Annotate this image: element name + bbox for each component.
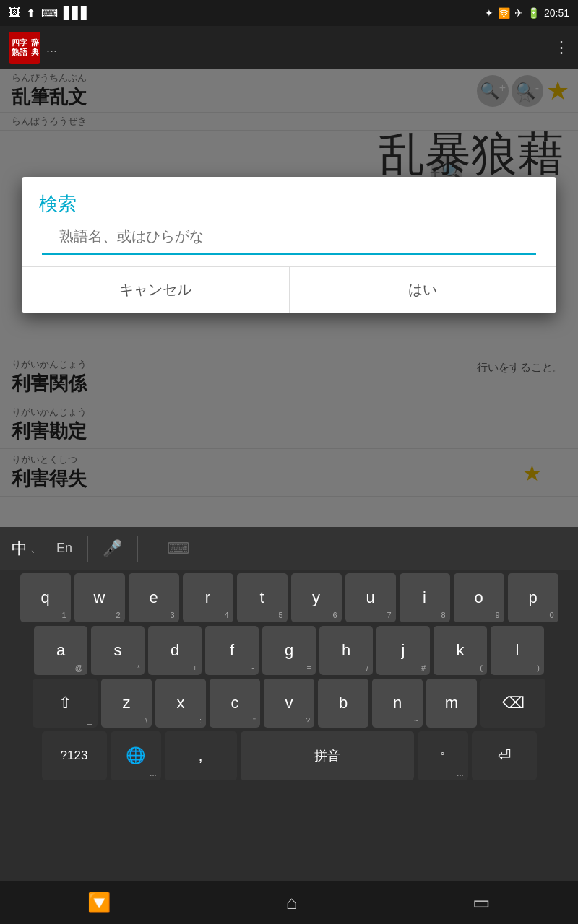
ime-bar: 中 、 En 🎤 ⌨ <box>0 527 578 570</box>
period-key[interactable]: °... <box>418 731 468 780</box>
ime-lang-zh[interactable]: 中 <box>12 538 27 559</box>
ime-lang-en[interactable]: En <box>56 541 72 556</box>
nav-bar: 🔽 ⌂ ▭ <box>0 881 578 924</box>
key-row-3: ⇧_ z\ x: c" v? b! n~ m ⌫ <box>3 679 575 728</box>
app-bar: 四字熟語 辞典 ... ⋮ <box>0 26 578 69</box>
keyboard-area: 中 、 En 🎤 ⌨ q1 w2 e3 r4 t5 y6 u7 i8 o9 p0… <box>0 527 578 881</box>
status-bar: 🖼 ⬆ ⌨ ▋▋▋ ✦ 🛜 ✈ 🔋 20:51 <box>0 0 578 26</box>
confirm-button[interactable]: はい <box>290 267 557 313</box>
pinyin-key[interactable]: 拼音 <box>241 731 414 780</box>
keyboard-icon: ⌨ <box>41 6 58 20</box>
key-d[interactable]: d+ <box>148 626 202 675</box>
airplane-icon: ✈ <box>514 7 523 19</box>
key-row-4: ?123 🌐... , 拼音 °... ⏎ <box>3 731 575 780</box>
recent-button[interactable]: ▭ <box>473 892 491 914</box>
key-y[interactable]: y6 <box>291 573 342 622</box>
key-v[interactable]: v? <box>264 679 314 728</box>
dialog-title: 検索 <box>22 177 556 222</box>
key-q[interactable]: q1 <box>20 573 71 622</box>
key-u[interactable]: u7 <box>345 573 396 622</box>
key-o[interactable]: o9 <box>454 573 504 622</box>
search-input[interactable] <box>59 228 519 245</box>
key-w[interactable]: w2 <box>74 573 125 622</box>
screenshot-icon: 🖼 <box>9 6 20 19</box>
pinyin-label: 拼音 <box>314 747 340 764</box>
key-c[interactable]: c" <box>210 679 260 728</box>
ime-comma: 、 <box>30 541 42 556</box>
globe-key[interactable]: 🌐... <box>111 731 161 780</box>
key-l[interactable]: l) <box>491 626 544 675</box>
ime-divider <box>87 536 88 562</box>
numeric-key[interactable]: ?123 <box>42 731 107 780</box>
wifi-icon: 🛜 <box>498 7 510 19</box>
key-r[interactable]: r4 <box>183 573 233 622</box>
key-g[interactable]: g= <box>262 626 316 675</box>
key-b[interactable]: b! <box>318 679 368 728</box>
shift-key[interactable]: ⇧_ <box>33 679 98 728</box>
key-k[interactable]: k( <box>434 626 487 675</box>
key-row-2: a@ s* d+ f- g= h/ j# k( l) <box>3 626 575 675</box>
menu-button[interactable]: ⋮ <box>553 38 569 57</box>
ime-divider-2 <box>137 536 138 562</box>
key-j[interactable]: j# <box>376 626 430 675</box>
key-x[interactable]: x: <box>155 679 206 728</box>
key-row-1: q1 w2 e3 r4 t5 y6 u7 i8 o9 p0 <box>3 573 575 622</box>
app-title-dots: ... <box>46 40 57 56</box>
backspace-key[interactable]: ⌫ <box>480 679 545 728</box>
comma-key[interactable]: , <box>165 731 237 780</box>
key-i[interactable]: i8 <box>400 573 450 622</box>
cancel-button[interactable]: キャンセル <box>22 267 290 313</box>
key-e[interactable]: e3 <box>129 573 179 622</box>
key-z[interactable]: z\ <box>101 679 152 728</box>
back-button[interactable]: 🔽 <box>87 892 111 914</box>
key-s[interactable]: s* <box>91 626 144 675</box>
search-input-wrap <box>42 225 536 255</box>
key-n[interactable]: n~ <box>372 679 423 728</box>
keys-area: q1 w2 e3 r4 t5 y6 u7 i8 o9 p0 a@ s* d+ f… <box>0 570 578 787</box>
keyboard-switch-icon[interactable]: ⌨ <box>167 539 190 558</box>
battery-icon: 🔋 <box>527 7 540 19</box>
key-m[interactable]: m <box>426 679 477 728</box>
microphone-icon[interactable]: 🎤 <box>103 539 122 558</box>
key-h[interactable]: h/ <box>319 626 373 675</box>
app-icon[interactable]: 四字熟語 辞典 <box>9 32 40 64</box>
key-t[interactable]: t5 <box>237 573 288 622</box>
home-button[interactable]: ⌂ <box>286 892 298 914</box>
clock: 20:51 <box>544 7 569 19</box>
key-p[interactable]: p0 <box>508 573 558 622</box>
enter-key[interactable]: ⏎ <box>472 731 537 780</box>
upload-icon: ⬆ <box>26 6 35 20</box>
sim-icon: ▋▋▋ <box>64 6 90 20</box>
key-f[interactable]: f- <box>205 626 259 675</box>
key-a[interactable]: a@ <box>34 626 87 675</box>
dialog-buttons: キャンセル はい <box>22 266 556 313</box>
bluetooth-icon: ✦ <box>485 7 493 19</box>
search-dialog: 検索 キャンセル はい <box>22 177 556 313</box>
